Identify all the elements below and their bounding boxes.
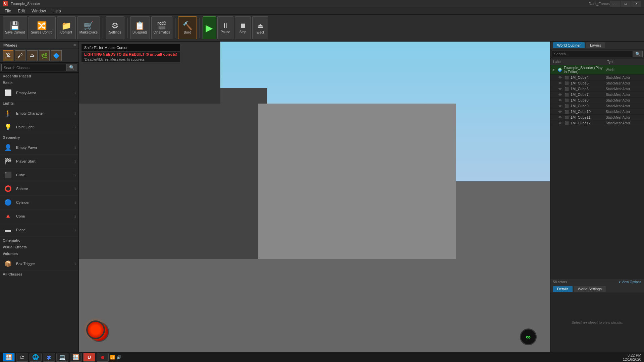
outliner-item-cube10[interactable]: 👁 ⬛ 1M_Cube10 StaticMeshActor — [550, 109, 644, 115]
list-item[interactable]: ▬ Plane ℹ — [0, 223, 78, 237]
viewport[interactable]: ∞ Shift+F1 for Mouse Cursor LIGHTING NEE… — [79, 42, 550, 352]
list-item[interactable]: 🔺 Cone ℹ — [0, 209, 78, 223]
outliner-item-cube7[interactable]: 👁 ⬛ 1M_Cube7 StaticMeshActor — [550, 92, 644, 98]
empty-character-label: Empty Character — [16, 111, 72, 115]
eye-icon: 👁 — [552, 68, 556, 72]
outliner-item-cube4[interactable]: 👁 ⬛ 1M_Cube4 StaticMeshActor — [550, 75, 644, 80]
window-title: Example_Shooter — [11, 2, 587, 6]
settings-button[interactable]: ⚙ Settings — [106, 16, 124, 39]
menu-help[interactable]: Help — [49, 8, 64, 14]
outliner-item-cube8[interactable]: 👁 ⬛ 1M_Cube8 StaticMeshActor — [550, 98, 644, 103]
plane-info[interactable]: ℹ — [74, 228, 76, 232]
taskbar-qb[interactable]: qb — [43, 353, 55, 362]
world-outliner-tab[interactable]: World Outliner — [553, 42, 585, 48]
build-button[interactable]: 🔨 Build — [178, 16, 197, 39]
list-item[interactable]: 👤 Empty Pawn ℹ — [0, 141, 78, 155]
landscape-mode-icon[interactable]: ⛰ — [27, 50, 38, 61]
outliner-item-cube5[interactable]: 👁 ⬛ 1M_Cube5 StaticMeshActor — [550, 80, 644, 86]
taskbar-app6[interactable]: 🪟 — [70, 353, 82, 362]
category-all-classes[interactable]: All Classes — [0, 271, 78, 278]
marketplace-label: Marketplace — [79, 31, 98, 34]
outliner-item-cube11[interactable]: 👁 ⬛ 1M_Cube11 StaticMeshActor — [550, 115, 644, 120]
menu-edit[interactable]: Edit — [14, 8, 28, 14]
list-item[interactable]: 📦 Box Trigger ℹ — [0, 257, 78, 271]
search-classes-button[interactable]: 🔍 — [67, 64, 77, 71]
taskbar-obs[interactable]: ⏺ — [97, 353, 109, 362]
category-lights[interactable]: Lights — [0, 100, 78, 107]
sphere-icon: ⭕ — [3, 183, 13, 194]
list-item[interactable]: 🚶 Empty Character ℹ — [0, 107, 78, 120]
minimize-button[interactable]: — — [610, 1, 620, 7]
list-item[interactable]: 🏁 Player Start ℹ — [0, 155, 78, 168]
taskbar-terminal[interactable]: 💻 — [56, 353, 68, 362]
category-geometry[interactable]: Geometry — [0, 134, 78, 141]
list-item[interactable]: ⭕ Sphere ℹ — [0, 182, 78, 196]
cone-info[interactable]: ℹ — [74, 215, 76, 218]
layers-tab[interactable]: Layers — [586, 42, 605, 48]
player-start-info[interactable]: ℹ — [74, 160, 76, 163]
eye-icon: 👁 — [558, 121, 563, 125]
details-tab[interactable]: Details — [553, 286, 573, 292]
menu-file[interactable]: File — [1, 8, 14, 14]
category-visual-effects[interactable]: Visual Effects — [0, 244, 78, 250]
eject-label: Eject — [257, 31, 264, 34]
empty-character-icon: 🚶 — [3, 108, 13, 119]
eject-button[interactable]: ⏏ Eject — [252, 16, 268, 39]
list-item[interactable]: ⬛ Cube ℹ — [0, 168, 78, 182]
save-current-button[interactable]: 💾 Save Current — [3, 16, 27, 39]
empty-actor-icon: ⬜ — [3, 87, 13, 98]
category-cinematic[interactable]: Cinematic — [0, 237, 78, 244]
box-trigger-info[interactable]: ℹ — [74, 262, 76, 266]
stop-button[interactable]: ⏹ Stop — [235, 16, 251, 39]
category-volumes[interactable]: Volumes — [0, 250, 78, 257]
eye-icon: 👁 — [558, 110, 563, 114]
close-button[interactable]: ✕ — [631, 1, 641, 7]
maximize-button[interactable]: □ — [621, 1, 631, 7]
outliner-item-cube6[interactable]: 👁 ⬛ 1M_Cube6 StaticMeshActor — [550, 86, 644, 92]
save-current-label: Save Current — [5, 31, 25, 34]
qb-icon: qb — [47, 355, 52, 360]
content-button[interactable]: 📁 Content — [57, 16, 76, 39]
cylinder-info[interactable]: ℹ — [74, 201, 76, 204]
taskbar-chrome[interactable]: 🌐 — [30, 353, 42, 362]
sphere-info[interactable]: ℹ — [74, 187, 76, 191]
category-basic[interactable]: Basic — [0, 79, 78, 86]
outliner-search-input[interactable] — [552, 51, 633, 57]
source-control-button[interactable]: 🔀 Source Control — [29, 16, 56, 39]
empty-character-info[interactable]: ℹ — [74, 112, 76, 115]
outliner-item-cube12[interactable]: 👁 ⬛ 1M_Cube12 StaticMeshActor — [550, 120, 644, 126]
taskbar-unreal[interactable]: U — [83, 353, 95, 362]
cube8-icon: ⬛ — [565, 99, 569, 102]
place-mode-icon[interactable]: 🏗 — [3, 50, 13, 61]
foliage-mode-icon[interactable]: 🌿 — [39, 50, 50, 61]
play-button[interactable]: ▶ — [203, 16, 216, 39]
empty-pawn-info[interactable]: ℹ — [74, 146, 76, 149]
list-item[interactable]: ⬜ Empty Actor ℹ — [0, 86, 78, 100]
menu-window[interactable]: Window — [28, 8, 49, 14]
geometry-mode-icon[interactable]: 🔷 — [51, 50, 62, 61]
empty-pawn-label: Empty Pawn — [16, 145, 72, 149]
empty-actor-info[interactable]: ℹ — [74, 91, 76, 95]
world-settings-tab[interactable]: World Settings — [574, 286, 606, 292]
list-item[interactable]: 🔵 Cylinder ℹ — [0, 196, 78, 209]
save-icon: 💾 — [10, 22, 20, 30]
point-light-info[interactable]: ℹ — [74, 125, 76, 129]
category-recently-placed[interactable]: Recently Placed — [0, 73, 78, 79]
pause-icon: ⏸ — [222, 22, 229, 29]
marketplace-button[interactable]: 🛒 Marketplace — [77, 16, 100, 39]
modes-close[interactable]: ✕ — [73, 43, 76, 47]
outliner-item-cube9[interactable]: 👁 ⬛ 1M_Cube9 StaticMeshActor — [550, 103, 644, 109]
search-classes-input[interactable] — [1, 64, 67, 71]
list-item[interactable]: 💡 Point Light ℹ — [0, 120, 78, 134]
cube-info[interactable]: ℹ — [74, 173, 76, 177]
view-options-button[interactable]: ▾ View Options — [619, 280, 641, 284]
pause-button[interactable]: ⏸ Pause — [217, 16, 233, 39]
cinematics-button[interactable]: 🎬 Cinematics — [151, 16, 172, 39]
outliner-item-world[interactable]: 👁 🌍 Example_Shooter (Play in Editor) Wor… — [550, 65, 644, 75]
taskbar-windows[interactable]: 🪟 — [3, 353, 15, 362]
blueprints-button[interactable]: 📋 Blueprints — [130, 16, 150, 39]
toolbar-sep-3 — [175, 18, 175, 38]
world-item-label: Example_Shooter (Play in Editor) — [564, 66, 604, 74]
paint-mode-icon[interactable]: 🖌 — [15, 50, 25, 61]
taskbar-explorer[interactable]: 🗂 — [16, 353, 28, 362]
